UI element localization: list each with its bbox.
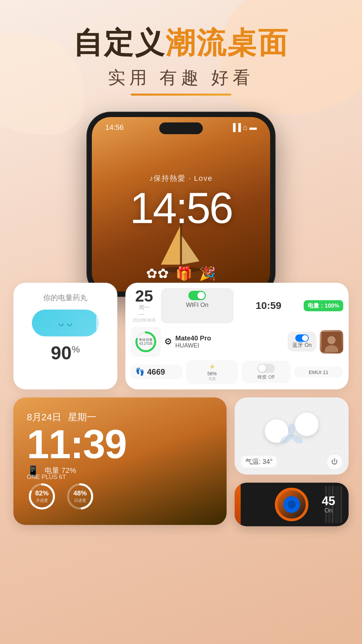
huawei-info: Mate40 Pro HUAWEI: [175, 334, 211, 349]
widget-info: 25 周一— 2022年08月 WIFI On 10:59 电量：100%: [125, 283, 349, 389]
battery-cap: [96, 316, 104, 330]
monthly-progress: 82% 月进度: [27, 481, 57, 512]
fan-earbuds: [265, 413, 318, 460]
battery-percent: 90%: [23, 342, 107, 364]
widgets-section: 你的电量药丸 ᴗ ᴗ 90% 25 周一— 2022年08月: [0, 283, 362, 526]
icon-gift: 🎁: [176, 266, 192, 281]
battery-pill-label: 你的电量药丸: [23, 293, 107, 303]
steps-num: 4669: [147, 367, 165, 377]
daily-sub: 日进度: [74, 498, 86, 503]
time-val: 10:59: [256, 300, 282, 311]
storage-ring-cell: 剩余容量 43.27GB: [131, 327, 161, 357]
phone-time: 14:56: [130, 186, 232, 229]
battery-bar: 电量：100%: [304, 300, 343, 311]
emui-cell: EMUI 11: [294, 367, 343, 378]
bt-toggle[interactable]: [295, 334, 309, 342]
svg-point-15: [288, 423, 295, 435]
phone-frame: 14:56 ▐▐ ⌂ ▬ ♪保持熱愛 · Love 14:56 ✿✿ 🎁 🎉: [87, 112, 275, 296]
widget-battery-pill: 你的电量药丸 ᴗ ᴗ 90%: [13, 283, 117, 389]
huawei-model: Mate40 Pro: [175, 334, 211, 342]
huawei-cell: ⚙ Mate40 Pro HUAWEI: [164, 334, 284, 349]
brightness-val: 56%: [207, 371, 217, 376]
badge-on-label: On: [322, 507, 335, 514]
bt-label: 蓝牙 On: [292, 342, 312, 349]
info-row1: 25 周一— 2022年08月 WIFI On 10:59 电量：100%: [131, 288, 343, 323]
title-highlight: 潮流桌面: [166, 26, 289, 59]
title-part1: 自定义: [73, 26, 166, 59]
brightness-icon: ☀: [209, 363, 215, 371]
badge-num: 45: [322, 495, 335, 507]
dynamic-island: [159, 122, 203, 134]
battery-eyes: ᴗ ᴗ: [58, 317, 72, 328]
date-week: 周一—: [139, 304, 149, 317]
cpu-fan-center: [283, 496, 300, 513]
info-row2: 剩余容量 43.27GB ⚙ Mate40 Pro HUAWEI: [131, 327, 343, 357]
steps-icon: 👣: [135, 368, 144, 376]
icon-party: 🎉: [199, 266, 216, 281]
monthly-sub: 月进度: [36, 498, 48, 503]
widget-cpu-fan: 45 On: [235, 483, 349, 526]
daily-progress: 48% 日进度: [65, 481, 95, 512]
clock-progress-row: 82% 月进度 48% 日进度: [27, 481, 213, 512]
wifi-label: WIFI On: [186, 302, 208, 309]
clock-device-name: ONE PLUS 6T: [27, 474, 213, 481]
emui-label: EMUI 11: [309, 369, 328, 375]
phone-screen: 14:56 ▐▐ ⌂ ▬ ♪保持熱愛 · Love 14:56 ✿✿ 🎁 🎉: [92, 117, 270, 291]
daily-label: 48% 日进度: [73, 489, 87, 503]
icon-flower: ✿✿: [146, 266, 169, 281]
phone-mockup: 14:56 ▐▐ ⌂ ▬ ♪保持熱愛 · Love 14:56 ✿✿ 🎁 🎉: [87, 112, 275, 296]
widgets-row2: 8月24日 星期一 11:39 📱 电量 72% ONE PLUS 6T 82%…: [13, 397, 349, 526]
storage-label: 剩余容量 43.27GB: [139, 338, 153, 346]
battery-bar-cell: 电量：100%: [304, 288, 343, 323]
clock-time: 11:39: [27, 424, 213, 464]
brightness-label: 亮度: [208, 376, 216, 381]
underline-decoration: [131, 94, 231, 96]
info-row3: 👣 4669 ☀ 56% 亮度 蜂窝 Off EMUI 11: [131, 360, 343, 384]
power-icon: ⏻: [331, 458, 338, 466]
bluetooth-cell: 蓝牙 On: [288, 332, 316, 352]
header: 自定义潮流桌面 实用 有趣 好看: [0, 0, 362, 96]
wifi-toggle[interactable]: [188, 291, 206, 300]
time-cell: 10:59: [237, 288, 300, 323]
date-num: 25: [135, 288, 153, 304]
fan-power-button[interactable]: ⏻: [327, 454, 342, 469]
phone-bottom-icons: ✿✿ 🎁 🎉: [146, 266, 216, 281]
photo-cell: [320, 330, 343, 354]
info-widget-inner: 25 周一— 2022年08月 WIFI On 10:59 电量：100%: [131, 288, 343, 384]
widget-right-col: 气温: 34° ⏻: [235, 397, 349, 526]
svg-point-8: [327, 336, 336, 344]
fan-temp-label: 气温: 34°: [241, 456, 277, 468]
brightness-cell: ☀ 56% 亮度: [186, 360, 238, 384]
percent-sign: %: [72, 344, 80, 355]
info-date-cell: 25 周一— 2022年08月: [131, 288, 158, 323]
hive-cell: 蜂窝 Off: [241, 361, 291, 383]
phone-clock-overlay: ♪保持熱愛 · Love 14:56: [130, 173, 232, 229]
wifi-cell: WIFI On: [161, 288, 234, 323]
daily-pct: 48%: [73, 489, 87, 497]
widget-clock-large: 8月24日 星期一 11:39 📱 电量 72% ONE PLUS 6T 82%…: [13, 397, 227, 525]
hive-toggle[interactable]: [257, 364, 275, 373]
badge-45: 45 On: [322, 495, 335, 514]
status-icons: ▐▐ ⌂ ▬: [230, 123, 257, 132]
fan-blade-svg: [278, 423, 305, 449]
steps-cell: 👣 4669: [131, 365, 183, 379]
cpu-fan-ring: [275, 488, 308, 521]
date-full: 2022年08月: [132, 317, 156, 323]
huawei-logo-icon: ⚙: [164, 336, 172, 347]
huawei-brand: HUAWEI: [175, 342, 211, 349]
photo-thumbnail-svg: [321, 332, 342, 352]
monthly-pct: 82%: [35, 489, 49, 497]
monthly-label: 82% 月进度: [35, 489, 49, 503]
cpu-accent-stripe: [235, 483, 241, 526]
widget-fan: 气温: 34° ⏻: [235, 397, 349, 475]
phone-song: ♪保持熱愛 · Love: [130, 173, 232, 183]
fan-temp-row: 气温: 34° ⏻: [235, 454, 349, 469]
subtitle: 实用 有趣 好看: [0, 66, 362, 90]
status-time: 14:56: [105, 123, 124, 132]
svg-marker-2: [181, 234, 199, 265]
battery-pill-image: ᴗ ᴗ: [32, 310, 99, 336]
cpu-fan-inner: [288, 500, 296, 508]
widgets-row1: 你的电量药丸 ᴗ ᴗ 90% 25 周一— 2022年08月: [13, 283, 349, 389]
main-title: 自定义潮流桌面: [0, 27, 362, 59]
hive-label: 蜂窝 Off: [257, 374, 274, 380]
